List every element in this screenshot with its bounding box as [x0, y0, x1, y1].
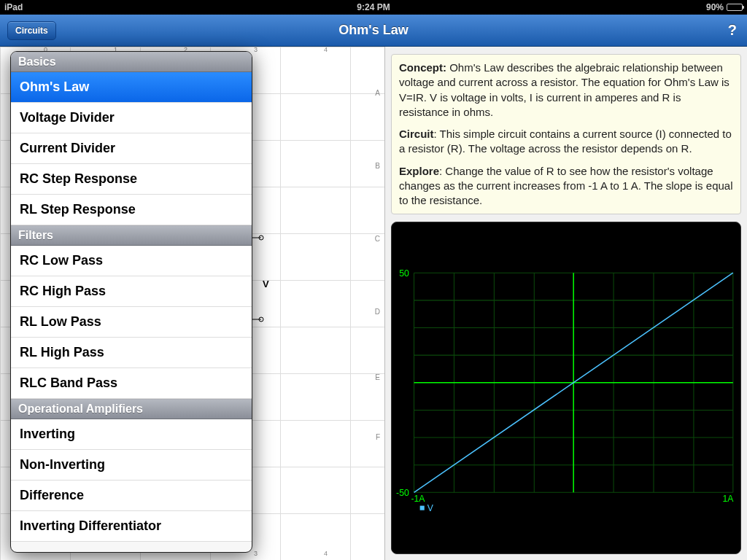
list-item[interactable]: RL Step Response — [11, 195, 252, 225]
list-item[interactable]: Non-Inverting — [11, 450, 252, 481]
circuits-popover: BasicsOhm's LawVoltage DividerCurrent Di… — [10, 51, 252, 553]
list-item[interactable]: RLC Band Pass — [11, 368, 252, 399]
list-item[interactable]: Current Divider — [11, 133, 252, 164]
svg-text:V: V — [427, 503, 434, 513]
list-item[interactable]: Voltage Divider — [11, 103, 252, 133]
help-button[interactable]: ? — [728, 22, 737, 39]
svg-text:1A: 1A — [723, 494, 735, 505]
section-header: Operational Amplifiers — [11, 399, 252, 419]
back-button[interactable]: Circuits — [7, 21, 56, 40]
detail-panel: Concept: Ohm's Law describes the algebra… — [385, 47, 747, 560]
list-item[interactable]: Inverting — [11, 419, 252, 450]
list-item[interactable]: Ohm's Law — [11, 72, 252, 103]
status-battery-group: 90% — [706, 2, 743, 12]
section-header: Filters — [11, 225, 252, 246]
nav-bar: Circuits Ohm's Law ? — [0, 15, 747, 47]
svg-rect-26 — [420, 506, 425, 510]
status-bar: iPad 9:24 PM 90% — [0, 0, 747, 15]
info-box: Concept: Ohm's Law describes the algebra… — [391, 54, 741, 214]
battery-icon — [727, 4, 743, 11]
oscilloscope-plot[interactable]: 50 -50 -1A 1A V — [391, 222, 741, 554]
status-time: 9:24 PM — [357, 2, 390, 12]
list-item[interactable]: Inverting Differentiator — [11, 511, 252, 542]
list-item[interactable]: RC Low Pass — [11, 246, 252, 276]
list-item[interactable]: RC Step Response — [11, 164, 252, 195]
list-item[interactable]: RL High Pass — [11, 338, 252, 368]
list-item[interactable]: RC High Pass — [11, 276, 252, 307]
svg-text:-50: -50 — [396, 489, 409, 499]
circuits-list[interactable]: BasicsOhm's LawVoltage DividerCurrent Di… — [11, 52, 252, 542]
list-item[interactable]: Difference — [11, 481, 252, 511]
plot-svg: 50 -50 -1A 1A V — [392, 222, 740, 553]
status-battery-text: 90% — [706, 2, 724, 12]
section-header: Basics — [11, 52, 252, 72]
svg-text:-1A: -1A — [411, 494, 425, 505]
list-item[interactable]: RL Low Pass — [11, 307, 252, 338]
status-device: iPad — [4, 2, 23, 12]
page-title: Ohm's Law — [338, 23, 408, 38]
svg-text:50: 50 — [399, 269, 409, 279]
popover-arrow-icon — [27, 51, 44, 52]
